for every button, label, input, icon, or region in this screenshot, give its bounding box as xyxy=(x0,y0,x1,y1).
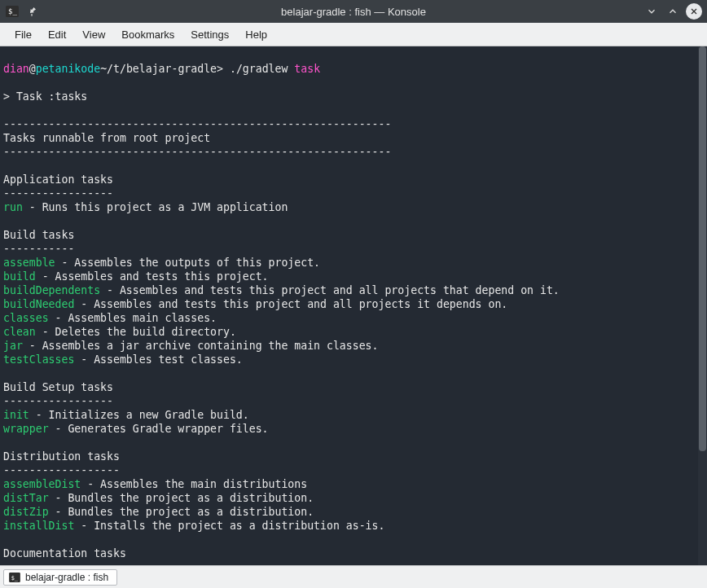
task-build: build - Assembles and tests this project… xyxy=(3,270,269,283)
task-desc: - Bundles the project as a distribution. xyxy=(49,492,314,504)
root-project-line: Tasks runnable from root project xyxy=(3,132,210,144)
task-run: run - Runs this project as a JVM applica… xyxy=(3,201,288,213)
task-name: run xyxy=(3,201,23,213)
section-documentation-tasks: Documentation tasks xyxy=(3,547,126,559)
section-divider: ------------------ xyxy=(3,464,120,476)
terminal-scrollbar[interactable] xyxy=(698,46,707,565)
divider: ----------------------------------------… xyxy=(3,146,391,158)
prompt-at: @ xyxy=(29,63,36,75)
task-name: build xyxy=(3,270,36,283)
menu-view[interactable]: View xyxy=(74,25,113,44)
task-desc: - Installs the project as a distribution… xyxy=(74,520,384,532)
minimize-button[interactable] xyxy=(643,3,660,20)
task-name: buildNeeded xyxy=(3,298,74,310)
task-name: installDist xyxy=(3,520,74,532)
task-desc: - Assembles and tests this project and a… xyxy=(74,298,507,310)
task-buildNeeded: buildNeeded - Assembles and tests this p… xyxy=(3,298,507,310)
task-header: > Task :tasks xyxy=(3,90,87,103)
prompt-sep: > xyxy=(217,63,230,75)
cmd-prefix: ./gradlew xyxy=(230,63,294,75)
task-name: wrapper xyxy=(3,423,49,435)
task-installDist: installDist - Installs the project as a … xyxy=(3,520,384,532)
task-desc: - Assembles test classes. xyxy=(74,353,242,366)
task-desc: - Assembles a jar archive containing the… xyxy=(23,340,379,352)
task-distZip: distZip - Bundles the project as a distr… xyxy=(3,506,314,518)
maximize-button[interactable] xyxy=(665,3,681,20)
section-divider: ------------------- xyxy=(3,561,126,565)
task-name: testClasses xyxy=(3,353,74,366)
task-desc: - Initializes a new Gradle build. xyxy=(29,409,249,421)
terminal-tab-label: belajar-gradle : fish xyxy=(25,572,108,583)
menu-edit[interactable]: Edit xyxy=(40,25,74,44)
konsole-app-icon: $_ xyxy=(5,4,20,19)
task-name: distZip xyxy=(3,506,49,518)
section-distribution-tasks: Distribution tasks xyxy=(3,450,120,463)
task-buildDependents: buildDependents - Assembles and tests th… xyxy=(3,284,560,296)
prompt-path: ~/t/belajar-gradle xyxy=(100,63,217,75)
prompt: dian@petanikode~/t/belajar-gradle> ./gra… xyxy=(3,63,320,75)
menu-bookmarks[interactable]: Bookmarks xyxy=(113,25,182,44)
task-desc: - Deletes the build directory. xyxy=(36,326,236,338)
svg-text:$_: $_ xyxy=(8,7,17,15)
titlebar-left: $_ xyxy=(5,4,70,19)
close-button[interactable] xyxy=(686,3,702,20)
task-desc: - Assembles the main distributions xyxy=(81,478,307,490)
task-desc: - Assembles and tests this project. xyxy=(36,270,269,283)
task-name: jar xyxy=(3,340,23,352)
window-titlebar: $_ belajar-gradle : fish — Konsole xyxy=(0,0,707,23)
task-testClasses: testClasses - Assembles test classes. xyxy=(3,353,243,366)
menu-help[interactable]: Help xyxy=(237,25,275,44)
divider: ----------------------------------------… xyxy=(3,118,391,130)
task-name: distTar xyxy=(3,492,49,504)
task-name: init xyxy=(3,409,29,421)
prompt-user: dian xyxy=(3,63,29,75)
task-desc: - Bundles the project as a distribution. xyxy=(49,506,314,518)
task-name: assemble xyxy=(3,257,55,269)
pin-icon[interactable] xyxy=(24,4,39,19)
task-assemble: assemble - Assembles the outputs of this… xyxy=(3,257,320,269)
task-desc: - Generates Gradle wrapper files. xyxy=(49,423,269,435)
terminal-tab[interactable]: $_ belajar-gradle : fish xyxy=(3,569,117,586)
task-jar: jar - Assembles a jar archive containing… xyxy=(3,340,379,352)
task-name: assembleDist xyxy=(3,478,81,490)
menu-settings[interactable]: Settings xyxy=(182,25,237,44)
task-name: buildDependents xyxy=(3,284,100,296)
section-setup-tasks: Build Setup tasks xyxy=(3,381,113,393)
scrollbar-thumb[interactable] xyxy=(699,46,706,451)
terminal-tab-icon: $_ xyxy=(9,572,20,583)
task-desc: - Assembles the outputs of this project. xyxy=(55,257,321,269)
section-application-tasks: Application tasks xyxy=(3,173,113,186)
task-name: classes xyxy=(3,312,49,324)
task-desc: - Runs this project as a JVM application xyxy=(23,201,288,213)
task-desc: - Assembles main classes. xyxy=(49,312,217,324)
menu-bar: File Edit View Bookmarks Settings Help xyxy=(0,23,707,46)
window-title: belajar-gradle : fish — Konsole xyxy=(70,6,637,18)
section-divider: ----------------- xyxy=(3,187,113,200)
task-classes: classes - Assembles main classes. xyxy=(3,312,217,324)
task-name: clean xyxy=(3,326,36,338)
prompt-host: petanikode xyxy=(36,63,100,75)
task-clean: clean - Deletes the build directory. xyxy=(3,326,236,338)
svg-text:$_: $_ xyxy=(11,574,19,581)
cmd-arg: task xyxy=(294,63,320,75)
task-init: init - Initializes a new Gradle build. xyxy=(3,409,249,421)
window-controls xyxy=(637,3,702,20)
status-bar: $_ belajar-gradle : fish xyxy=(0,565,707,588)
task-distTar: distTar - Bundles the project as a distr… xyxy=(3,492,314,504)
menu-file[interactable]: File xyxy=(7,25,40,44)
terminal[interactable]: dian@petanikode~/t/belajar-gradle> ./gra… xyxy=(0,46,707,565)
task-desc: - Assembles and tests this project and a… xyxy=(100,284,560,296)
section-divider: ----------- xyxy=(3,243,74,255)
task-assembleDist: assembleDist - Assembles the main distri… xyxy=(3,478,307,490)
section-divider: ----------------- xyxy=(3,395,113,407)
task-wrapper: wrapper - Generates Gradle wrapper files… xyxy=(3,423,269,435)
section-build-tasks: Build tasks xyxy=(3,229,74,241)
